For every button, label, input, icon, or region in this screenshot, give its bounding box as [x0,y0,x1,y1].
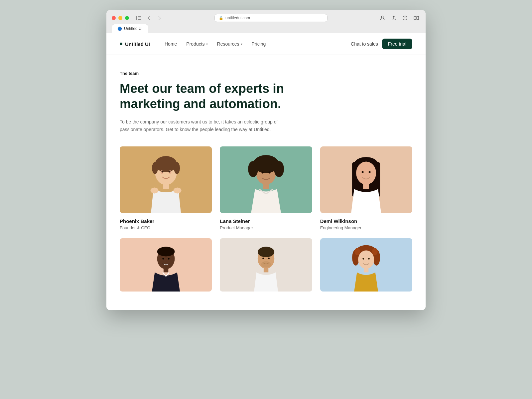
svg-point-35 [369,171,371,173]
person-image [120,238,212,292]
team-photo [320,238,412,292]
brand-dot-icon [120,43,122,45]
tabs-overview-icon[interactable] [412,14,420,22]
person-image [320,146,412,213]
address-bar-container: 🔒 untitledui.com [170,14,372,22]
svg-rect-36 [363,184,369,189]
new-tab-icon[interactable] [401,14,409,22]
team-card [220,238,312,297]
svg-rect-1 [138,16,141,17]
team-photo [220,238,312,292]
svg-point-27 [261,171,263,173]
svg-point-52 [355,248,360,255]
tab-favicon: 🔵 [117,27,122,31]
svg-point-33 [356,161,376,184]
nav-resources-label: Resources [217,41,239,47]
svg-point-53 [372,248,378,255]
section-heading: Meet our team of experts in marketing an… [120,81,306,111]
team-card [120,238,212,297]
address-bar[interactable]: 🔒 untitledui.com [214,14,328,22]
main-content: The team Meet our team of experts in mar… [106,55,426,310]
nav-pricing[interactable]: Pricing [248,39,270,49]
svg-point-39 [162,258,164,260]
person-image [320,238,412,292]
svg-rect-8 [414,16,416,20]
svg-point-4 [381,16,383,18]
svg-point-11 [155,156,177,172]
svg-point-19 [150,187,158,193]
minimize-button[interactable] [118,16,122,20]
active-tab[interactable]: 🔵 Untitled UI [112,24,148,33]
free-trial-button[interactable]: Free trial [382,39,412,49]
browser-window: 🔒 untitledui.com [106,10,426,310]
nav-resources[interactable]: Resources ▾ [213,39,246,49]
team-card: Phoenix Baker Founder & CEO [120,146,212,230]
svg-rect-2 [138,18,141,18]
maximize-button[interactable] [125,16,129,20]
brand-logo[interactable]: Untitled UI [120,41,150,47]
team-photo [320,146,412,213]
svg-point-45 [268,258,270,259]
svg-point-26 [271,159,279,167]
person-image [220,238,312,292]
close-button[interactable] [112,16,116,20]
svg-rect-3 [138,19,141,20]
svg-rect-47 [264,268,268,272]
team-card: Demi Wilkinson Engineering Manager [320,146,412,230]
svg-point-16 [161,170,163,172]
team-member-role: Founder & CEO [120,225,212,230]
forward-button[interactable] [156,14,164,22]
team-grid: Phoenix Baker Founder & CEO [120,146,412,297]
browser-chrome: 🔒 untitledui.com [106,10,426,33]
nav-home[interactable]: Home [161,39,181,49]
nav-links: Home Products ▾ Resources ▾ Pricing [161,39,351,49]
section-label: The team [120,71,412,76]
chevron-down-icon: ▾ [206,42,208,46]
team-card [320,238,412,297]
team-photo [120,238,212,292]
svg-point-44 [262,258,264,259]
team-photo [120,146,212,213]
nav-products[interactable]: Products ▾ [182,39,211,49]
person-image [220,146,312,213]
svg-point-28 [268,171,270,173]
team-member-role: Product Manager [220,225,312,230]
svg-rect-18 [163,184,169,189]
navbar: Untitled UI Home Products ▾ Resources ▾ … [106,33,426,55]
svg-point-43 [258,247,274,257]
svg-point-54 [358,250,374,269]
svg-rect-9 [417,16,419,20]
chat-to-sales-link[interactable]: Chat to sales [351,41,378,47]
svg-point-34 [362,171,364,173]
svg-point-12 [152,162,158,174]
url-text: untitledui.com [225,16,250,20]
svg-point-25 [253,159,261,167]
svg-point-13 [174,162,180,174]
sidebar-toggle-icon[interactable] [134,14,142,22]
website-content: Untitled UI Home Products ▾ Resources ▾ … [106,33,426,310]
nav-pricing-label: Pricing [252,41,266,47]
chevron-down-icon: ▾ [241,42,242,46]
nav-actions: Chat to sales Free trial [351,39,412,49]
team-member-name: Phoenix Baker [120,218,212,224]
svg-point-40 [168,258,170,260]
profile-icon[interactable] [378,14,386,22]
tabs-row: 🔵 Untitled UI [112,22,420,33]
team-member-name: Demi Wilkinson [320,218,412,224]
svg-point-17 [168,170,170,172]
svg-point-46 [261,261,271,268]
nav-home-label: Home [165,41,177,47]
lock-icon: 🔒 [219,16,223,20]
team-photo [220,146,312,213]
team-member-name: Lana Steiner [220,218,312,224]
svg-point-56 [368,258,370,260]
svg-rect-41 [163,268,168,272]
svg-point-20 [173,187,181,193]
tab-title: Untitled UI [124,26,143,31]
back-button[interactable] [145,14,153,22]
team-member-role: Engineering Manager [320,225,412,230]
person-image [120,146,212,213]
section-description: To be the company our customers want us … [120,118,293,133]
share-icon[interactable] [390,14,398,22]
brand-name: Untitled UI [125,41,150,47]
